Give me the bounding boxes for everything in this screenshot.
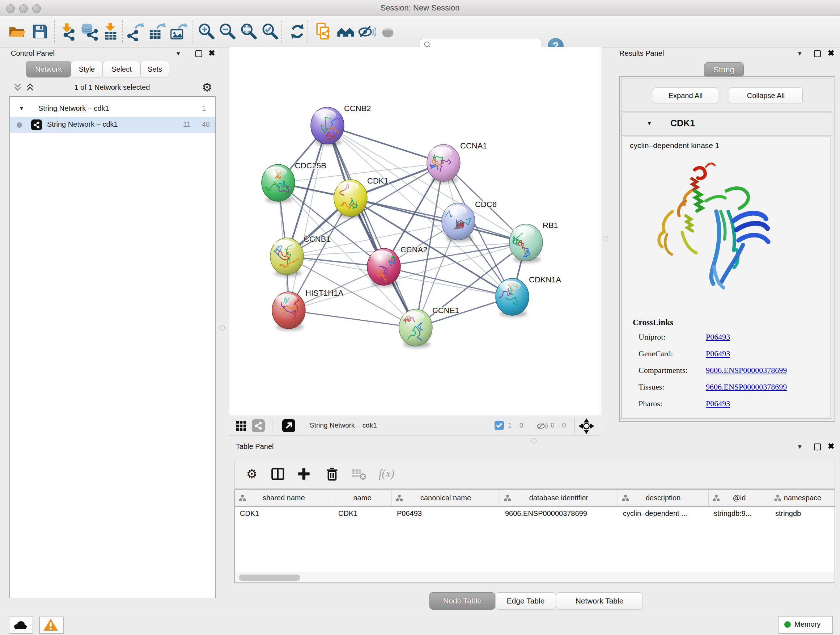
tab-sets[interactable]: Sets [141, 61, 169, 78]
column-header-shared-name[interactable]: shared name [235, 490, 333, 507]
node-label-CDK1: CDK1 [367, 176, 388, 185]
results-panel-float-icon[interactable] [814, 50, 821, 57]
node-label-CDC25B: CDC25B [295, 161, 326, 170]
crosslink-label-compartments: Compartments: [638, 366, 688, 375]
results-panel-menu-icon[interactable]: ▾ [798, 50, 802, 57]
cdk1-section-header[interactable]: ▼ CDK1 [622, 113, 832, 136]
memory-button[interactable]: Memory [778, 616, 833, 634]
export-table-icon[interactable] [148, 22, 166, 41]
cloud-status-button[interactable] [9, 616, 33, 634]
expand-all-icon[interactable] [25, 82, 35, 93]
table-cell[interactable]: 9606.ENSP00000378699 [505, 507, 616, 520]
export-network-icon[interactable] [126, 22, 145, 41]
collapse-all-icon[interactable] [12, 82, 23, 93]
string-home-icon[interactable] [336, 22, 355, 41]
network-collection-row[interactable]: ▼ String Network – cdk1 1 [10, 101, 215, 117]
scrollbar-thumb[interactable] [239, 575, 300, 581]
table-cell[interactable]: stringdb [775, 507, 834, 520]
tab-network[interactable]: Network [26, 61, 71, 78]
tab-string[interactable]: String [704, 62, 744, 78]
crosslink-link-tissues[interactable]: 9606.ENSP00000378699 [706, 382, 787, 392]
crosslink-link-uniprot[interactable]: P06493 [706, 333, 730, 342]
table-cell[interactable]: cyclin–dependent ... [623, 507, 707, 520]
column-header-@id[interactable]: @id [709, 490, 770, 507]
fit-selected-crosshair-icon[interactable] [579, 418, 594, 434]
duplicate-network-icon[interactable] [314, 22, 333, 41]
crosslink-label-tissues: Tissues: [638, 382, 664, 392]
crosslink-link-compartments[interactable]: 9606.ENSP00000378699 [706, 366, 787, 375]
crosslink-label-genecard: GeneCard: [638, 349, 673, 358]
tab-node-table[interactable]: Node Table [429, 592, 495, 610]
save-session-icon[interactable] [30, 22, 49, 41]
open-in-window-icon[interactable] [282, 419, 295, 432]
open-session-icon[interactable] [7, 22, 26, 41]
table-toolbar: ⚙ f(x) [234, 459, 835, 489]
crosslink-link-pharos[interactable]: P06493 [706, 399, 730, 409]
refresh-network-icon[interactable] [288, 22, 307, 41]
network-node-RB1[interactable]: RB1 [509, 221, 558, 263]
table-horizontal-scrollbar[interactable] [235, 572, 834, 583]
results-panel-close-icon[interactable]: ✖ [828, 50, 834, 57]
network-node-CCNB2[interactable]: CCNB2 [311, 104, 371, 146]
expand-all-button[interactable]: Expand All [653, 87, 718, 104]
network-node-CCNA2[interactable]: CCNA2 [367, 245, 428, 287]
column-header-description[interactable]: description [618, 490, 709, 507]
zoom-fit-content-icon[interactable] [239, 22, 258, 41]
table-cell[interactable]: CDK1 [240, 507, 332, 520]
zoom-in-icon[interactable] [197, 22, 216, 41]
network-row-selected[interactable]: String Network – cdk1 11 48 [10, 117, 215, 133]
left-splitter-handle[interactable] [219, 325, 225, 331]
network-canvas[interactable]: CCNB2CCNA1CDC25BCDK1CDC6RB1CCNB1CCNA2CDK… [229, 47, 602, 416]
crosslink-link-genecard[interactable]: P06493 [706, 349, 730, 358]
network-node-CCNE1[interactable]: CCNE1 [399, 306, 459, 348]
network-node-CDC25B[interactable]: CDC25B [262, 161, 326, 203]
string-results-container: Expand All Collapse All ▼ CDK1 cyclin–de… [619, 76, 835, 422]
show-visual-effects-icon[interactable] [378, 22, 397, 41]
grid-view-icon[interactable] [235, 420, 248, 432]
column-header-name[interactable]: name [333, 490, 392, 507]
column-header-canonical-name[interactable]: canonical name [392, 490, 500, 507]
control-panel-menu-icon[interactable]: ▾ [177, 50, 180, 57]
network-node-CCNA1[interactable]: CCNA1 [427, 141, 487, 183]
control-panel-close-icon[interactable]: ✖ [208, 50, 215, 57]
cdk1-section-body: cyclin–dependent kinase 1 [623, 136, 831, 417]
add-column-icon[interactable] [295, 466, 312, 482]
network-node-HIST1H1A[interactable]: HIST1H1A [272, 288, 343, 331]
table-cell[interactable]: CDK1 [338, 507, 390, 520]
warnings-button[interactable] [39, 616, 64, 634]
column-header-namespace[interactable]: namespace [770, 490, 835, 507]
hide-visual-effects-icon[interactable] [357, 22, 376, 41]
split-columns-icon[interactable] [270, 466, 286, 482]
import-network-database-icon[interactable] [80, 22, 98, 41]
zoom-selected-icon[interactable] [261, 22, 279, 41]
import-table-file-icon[interactable] [101, 22, 120, 41]
table-settings-gear-icon[interactable]: ⚙ [243, 466, 260, 482]
table-panel-float-icon[interactable] [814, 443, 821, 450]
network-options-gear-icon[interactable]: ⚙ [202, 80, 212, 94]
table-panel-close-icon[interactable]: ✖ [828, 443, 834, 450]
network-node-CDC6[interactable]: CDC6 [441, 200, 497, 242]
network-node-CCNB1[interactable]: CCNB1 [270, 234, 331, 277]
selected-nodes-checkbox[interactable] [494, 421, 504, 430]
table-cell[interactable]: P06493 [397, 507, 499, 520]
control-panel-float-icon[interactable] [195, 50, 202, 57]
collection-expander-icon[interactable]: ▼ [19, 105, 24, 111]
import-network-file-icon[interactable] [58, 22, 77, 41]
hidden-items-eye-icon[interactable] [536, 421, 548, 432]
tab-network-table[interactable]: Network Table [556, 592, 643, 610]
tab-edge-table[interactable]: Edge Table [495, 592, 556, 610]
zoom-out-icon[interactable] [218, 22, 237, 41]
collapse-all-button[interactable]: Collapse All [729, 87, 803, 104]
tab-style[interactable]: Style [71, 61, 103, 78]
network-node-CDK1[interactable]: CDK1 [332, 173, 388, 218]
table-panel-menu-icon[interactable]: ▾ [798, 443, 802, 450]
tab-select[interactable]: Select [103, 61, 141, 78]
column-header-database-identifier[interactable]: database identifier [500, 490, 618, 507]
section-expander-icon[interactable]: ▼ [646, 120, 652, 127]
export-image-icon[interactable] [169, 22, 188, 41]
right-splitter-handle[interactable] [603, 236, 608, 241]
delete-column-trash-icon[interactable] [324, 466, 340, 482]
network-node-CDKN1A[interactable]: CDKN1A [496, 275, 561, 317]
network-share-view-icon[interactable] [252, 419, 265, 432]
table-cell[interactable]: stringdb:9... [714, 507, 769, 520]
